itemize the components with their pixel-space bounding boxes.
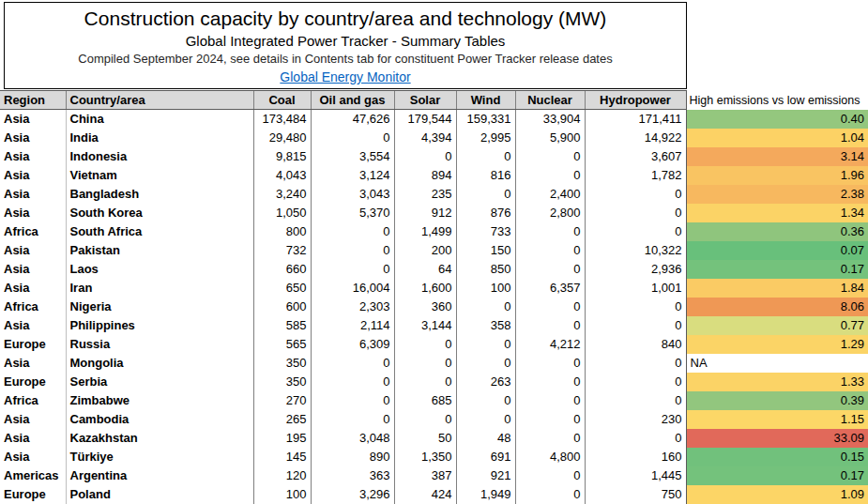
cell-ratio[interactable]: 2.38 — [686, 185, 868, 204]
cell-region[interactable]: Europe — [0, 485, 66, 504]
cell-country[interactable]: Vietnam — [66, 166, 253, 185]
cell-country[interactable]: Pakistan — [66, 241, 253, 260]
cell-nuclear[interactable]: 2,800 — [515, 204, 585, 222]
cell-solar[interactable]: 0 — [394, 373, 456, 391]
cell-region[interactable]: Asia — [0, 429, 66, 448]
column-header-wind[interactable]: Wind — [456, 91, 515, 110]
cell-coal[interactable]: 4,043 — [253, 166, 311, 185]
cell-oil-gas[interactable]: 0 — [311, 260, 394, 279]
cell-coal[interactable]: 565 — [253, 335, 311, 354]
cell-country[interactable]: Laos — [66, 260, 253, 279]
cell-nuclear[interactable]: 6,357 — [515, 279, 585, 298]
cell-hydropower[interactable]: 2,936 — [585, 260, 686, 279]
cell-ratio[interactable]: 0.36 — [686, 222, 868, 241]
cell-wind[interactable]: 816 — [456, 166, 515, 185]
cell-hydropower[interactable]: 14,922 — [585, 129, 686, 147]
cell-nuclear[interactable]: 4,800 — [515, 448, 585, 466]
cell-region[interactable]: Asia — [0, 316, 66, 335]
cell-wind[interactable]: 0 — [456, 410, 515, 429]
cell-wind[interactable]: 48 — [456, 429, 515, 448]
cell-coal[interactable]: 145 — [253, 448, 311, 466]
cell-coal[interactable]: 195 — [253, 429, 311, 448]
cell-nuclear[interactable]: 0 — [515, 485, 585, 504]
cell-ratio[interactable]: 0.07 — [686, 241, 868, 260]
cell-solar[interactable]: 235 — [394, 185, 456, 204]
cell-hydropower[interactable]: 0 — [585, 185, 686, 204]
cell-country[interactable]: Indonesia — [66, 147, 253, 166]
cell-nuclear[interactable]: 0 — [515, 298, 585, 316]
cell-wind[interactable]: 263 — [456, 373, 515, 391]
cell-country[interactable]: Cambodia — [66, 410, 253, 429]
cell-region[interactable]: Asia — [0, 185, 66, 204]
cell-nuclear[interactable]: 0 — [515, 222, 585, 241]
cell-country[interactable]: South Korea — [66, 204, 253, 222]
cell-country[interactable]: Russia — [66, 335, 253, 354]
cell-region[interactable]: Asia — [0, 110, 66, 129]
cell-oil-gas[interactable]: 890 — [311, 448, 394, 466]
cell-hydropower[interactable]: 750 — [585, 485, 686, 504]
cell-ratio[interactable]: 8.06 — [686, 298, 868, 316]
cell-oil-gas[interactable]: 0 — [311, 241, 394, 260]
cell-oil-gas[interactable]: 0 — [311, 354, 394, 373]
cell-country[interactable]: Zimbabwe — [66, 391, 253, 410]
cell-wind[interactable]: 0 — [456, 185, 515, 204]
cell-region[interactable]: Europe — [0, 335, 66, 354]
cell-region[interactable]: Africa — [0, 391, 66, 410]
cell-wind[interactable]: 0 — [456, 354, 515, 373]
cell-hydropower[interactable]: 3,607 — [585, 147, 686, 166]
cell-oil-gas[interactable]: 5,370 — [311, 204, 394, 222]
cell-ratio[interactable]: 1.84 — [686, 279, 868, 298]
cell-region[interactable]: Asia — [0, 448, 66, 466]
cell-solar[interactable]: 1,600 — [394, 279, 456, 298]
cell-region[interactable]: Asia — [0, 279, 66, 298]
cell-hydropower[interactable]: 0 — [585, 429, 686, 448]
cell-solar[interactable]: 0 — [394, 335, 456, 354]
cell-solar[interactable]: 3,144 — [394, 316, 456, 335]
cell-wind[interactable]: 850 — [456, 260, 515, 279]
cell-solar[interactable]: 179,544 — [394, 110, 456, 129]
cell-nuclear[interactable]: 0 — [515, 316, 585, 335]
column-header-coal[interactable]: Coal — [253, 91, 311, 110]
cell-oil-gas[interactable]: 2,303 — [311, 298, 394, 316]
column-header-oil-gas[interactable]: Oil and gas — [311, 91, 394, 110]
cell-wind[interactable]: 100 — [456, 279, 515, 298]
cell-solar[interactable]: 894 — [394, 166, 456, 185]
cell-nuclear[interactable]: 0 — [515, 410, 585, 429]
cell-ratio[interactable]: 3.14 — [686, 147, 868, 166]
cell-region[interactable]: Asia — [0, 204, 66, 222]
cell-solar[interactable]: 4,394 — [394, 129, 456, 147]
cell-nuclear[interactable]: 0 — [515, 166, 585, 185]
cell-oil-gas[interactable]: 0 — [311, 391, 394, 410]
cell-wind[interactable]: 0 — [456, 298, 515, 316]
cell-ratio[interactable]: 33.09 — [686, 429, 868, 448]
cell-country[interactable]: Philippines — [66, 316, 253, 335]
cell-coal[interactable]: 100 — [253, 485, 311, 504]
cell-nuclear[interactable]: 33,904 — [515, 110, 585, 129]
cell-wind[interactable]: 0 — [456, 391, 515, 410]
cell-hydropower[interactable]: 1,782 — [585, 166, 686, 185]
cell-ratio[interactable]: 1.29 — [686, 335, 868, 354]
cell-wind[interactable]: 2,995 — [456, 129, 515, 147]
gem-link[interactable]: Global Energy Monitor — [280, 69, 410, 84]
cell-oil-gas[interactable]: 16,004 — [311, 279, 394, 298]
cell-region[interactable]: Americas — [0, 466, 66, 485]
cell-hydropower[interactable]: 171,411 — [585, 110, 686, 129]
cell-region[interactable]: Africa — [0, 298, 66, 316]
cell-region[interactable]: Asia — [0, 129, 66, 147]
cell-solar[interactable]: 0 — [394, 147, 456, 166]
cell-wind[interactable]: 1,949 — [456, 485, 515, 504]
cell-coal[interactable]: 660 — [253, 260, 311, 279]
cell-coal[interactable]: 350 — [253, 373, 311, 391]
cell-country[interactable]: South Africa — [66, 222, 253, 241]
cell-wind[interactable]: 0 — [456, 147, 515, 166]
cell-solar[interactable]: 387 — [394, 466, 456, 485]
cell-hydropower[interactable]: 0 — [585, 298, 686, 316]
cell-hydropower[interactable]: 840 — [585, 335, 686, 354]
cell-oil-gas[interactable]: 3,554 — [311, 147, 394, 166]
cell-coal[interactable]: 1,050 — [253, 204, 311, 222]
cell-hydropower[interactable]: 0 — [585, 316, 686, 335]
cell-hydropower[interactable]: 1,001 — [585, 279, 686, 298]
cell-solar[interactable]: 64 — [394, 260, 456, 279]
cell-region[interactable]: Asia — [0, 260, 66, 279]
cell-coal[interactable]: 350 — [253, 354, 311, 373]
